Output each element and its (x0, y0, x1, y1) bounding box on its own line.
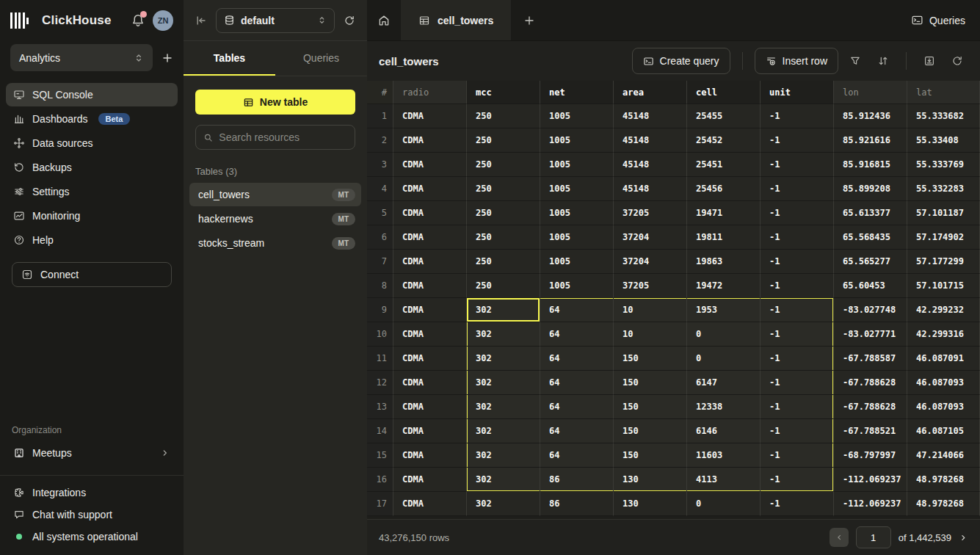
next-page-button[interactable] (959, 533, 968, 543)
cell-net[interactable]: 1005 (540, 177, 614, 201)
cell-area[interactable]: 130 (614, 468, 687, 492)
sidebar-item-dashboards[interactable]: DashboardsBeta (6, 107, 178, 131)
add-workspace-button[interactable] (161, 52, 173, 64)
cell-lon[interactable]: 65.60453 (834, 274, 907, 298)
cell-net[interactable]: 64 (540, 371, 614, 395)
row-number[interactable]: 1 (367, 104, 393, 128)
cell-radio[interactable]: CDMA (393, 443, 467, 468)
cell-lat[interactable]: 42.299232 (907, 298, 980, 322)
cell-lon[interactable]: -112.069237 (834, 468, 907, 492)
row-number[interactable]: 4 (367, 177, 393, 201)
database-select[interactable]: default (216, 8, 335, 33)
cell-area[interactable]: 45148 (614, 153, 687, 177)
cell-unit[interactable]: -1 (761, 201, 834, 225)
cell-net[interactable]: 64 (540, 347, 614, 371)
row-number[interactable]: 2 (367, 128, 393, 153)
cell-unit[interactable]: -1 (761, 225, 834, 250)
cell-lat[interactable]: 42.299316 (907, 322, 980, 347)
cell-lon[interactable]: 85.921616 (834, 128, 907, 153)
cell-area[interactable]: 37204 (614, 250, 687, 274)
cell-cell[interactable]: 19811 (687, 225, 761, 250)
cell-lon[interactable]: 65.565277 (834, 250, 907, 274)
sidebar-item-settings[interactable]: Settings (6, 180, 178, 203)
row-number[interactable]: 8 (367, 274, 393, 298)
cell-mcc[interactable]: 250 (467, 153, 540, 177)
cell-radio[interactable]: CDMA (393, 274, 467, 298)
cell-unit[interactable]: -1 (761, 492, 834, 516)
cell-radio[interactable]: CDMA (393, 177, 467, 201)
cell-radio[interactable]: CDMA (393, 395, 467, 419)
avatar[interactable]: ZN (153, 10, 173, 31)
row-number[interactable]: 17 (367, 492, 393, 516)
cell-area[interactable]: 150 (614, 371, 687, 395)
cell-unit[interactable]: -1 (761, 128, 834, 153)
cell-lon[interactable]: 85.899208 (834, 177, 907, 201)
cell-lat[interactable]: 55.333769 (907, 153, 980, 177)
cell-net[interactable]: 1005 (540, 104, 614, 128)
column-header-cell[interactable]: cell (687, 81, 761, 104)
cell-cell[interactable]: 6146 (687, 419, 761, 443)
cell-area[interactable]: 10 (614, 298, 687, 322)
cell-unit[interactable]: -1 (761, 443, 834, 468)
cell-lat[interactable]: 48.978268 (907, 468, 980, 492)
cell-lat[interactable]: 57.101715 (907, 274, 980, 298)
queries-button[interactable]: Queries (896, 0, 980, 40)
cell-cell[interactable]: 4113 (687, 468, 761, 492)
cell-mcc[interactable]: 250 (467, 201, 540, 225)
cell-radio[interactable]: CDMA (393, 492, 467, 516)
cell-unit[interactable]: -1 (761, 347, 834, 371)
cell-net[interactable]: 64 (540, 298, 614, 322)
cell-radio[interactable]: CDMA (393, 225, 467, 250)
cell-lat[interactable]: 57.174902 (907, 225, 980, 250)
row-number[interactable]: 11 (367, 347, 393, 371)
cell-net[interactable]: 1005 (540, 201, 614, 225)
cell-unit[interactable]: -1 (761, 104, 834, 128)
table-list-item-cell_towers[interactable]: cell_towersMT (189, 183, 361, 206)
row-number[interactable]: 9 (367, 298, 393, 322)
cell-cell[interactable]: 12338 (687, 395, 761, 419)
tab-cell-towers[interactable]: cell_towers (401, 0, 511, 40)
explorer-tab-queries[interactable]: Queries (275, 41, 367, 76)
row-number[interactable]: 5 (367, 201, 393, 225)
refresh-tables-button[interactable] (344, 15, 355, 26)
cell-mcc[interactable]: 250 (467, 177, 540, 201)
cell-area[interactable]: 45148 (614, 104, 687, 128)
cell-lat[interactable]: 46.087093 (907, 371, 980, 395)
cell-lat[interactable]: 55.33408 (907, 128, 980, 153)
row-number[interactable]: 14 (367, 419, 393, 443)
cell-lon[interactable]: -112.069237 (834, 492, 907, 516)
row-number[interactable]: 10 (367, 322, 393, 347)
cell-area[interactable]: 45148 (614, 177, 687, 201)
new-table-button[interactable]: New table (195, 90, 355, 115)
column-header-lat[interactable]: lat (907, 81, 980, 104)
cell-radio[interactable]: CDMA (393, 419, 467, 443)
cell-lon[interactable]: 85.912436 (834, 104, 907, 128)
cell-net[interactable]: 1005 (540, 153, 614, 177)
create-query-button[interactable]: Create query (632, 48, 730, 74)
cell-cell[interactable]: 25451 (687, 153, 761, 177)
cell-area[interactable]: 10 (614, 322, 687, 347)
cell-lon[interactable]: -67.788628 (834, 395, 907, 419)
row-number[interactable]: 15 (367, 443, 393, 468)
cell-cell[interactable]: 0 (687, 347, 761, 371)
cell-unit[interactable]: -1 (761, 177, 834, 201)
cell-net[interactable]: 86 (540, 492, 614, 516)
cell-cell[interactable]: 11603 (687, 443, 761, 468)
cell-lat[interactable]: 46.087105 (907, 419, 980, 443)
connect-button[interactable]: Connect (12, 262, 172, 287)
cell-cell[interactable]: 0 (687, 492, 761, 516)
sidebar-item-integrations[interactable]: Integrations (6, 482, 178, 504)
cell-radio[interactable]: CDMA (393, 201, 467, 225)
export-button[interactable] (918, 50, 940, 72)
cell-area[interactable]: 37204 (614, 225, 687, 250)
cell-cell[interactable]: 0 (687, 322, 761, 347)
column-header-mcc[interactable]: mcc (467, 81, 540, 104)
row-number[interactable]: 6 (367, 225, 393, 250)
table-list-item-hackernews[interactable]: hackernewsMT (189, 207, 361, 231)
cell-cell[interactable]: 19472 (687, 274, 761, 298)
cell-area[interactable]: 130 (614, 492, 687, 516)
cell-mcc[interactable]: 302 (467, 443, 540, 468)
cell-net[interactable]: 64 (540, 419, 614, 443)
sidebar-item-all-systems-operational[interactable]: All systems operational (6, 526, 178, 548)
cell-mcc[interactable]: 302 (467, 322, 540, 347)
